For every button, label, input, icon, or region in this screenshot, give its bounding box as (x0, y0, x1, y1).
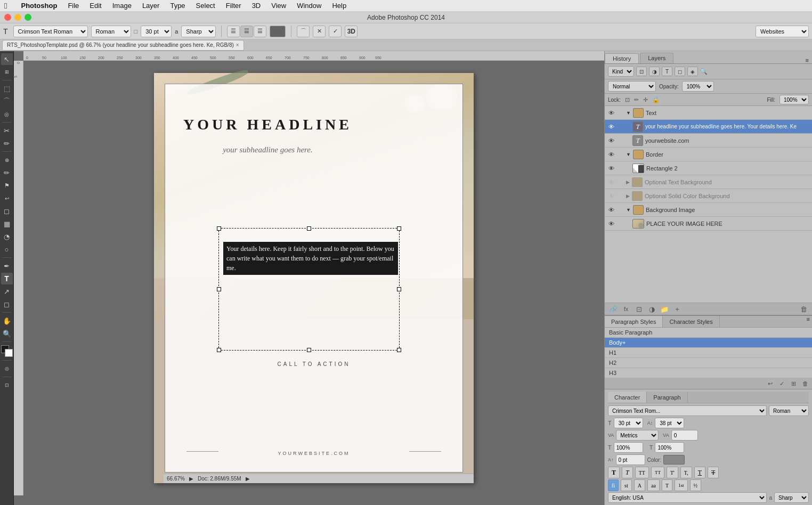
character-tab[interactable]: Character (608, 392, 647, 403)
lasso-tool[interactable]: ⌒ (1, 95, 13, 107)
type-filter-btn[interactable]: T (662, 67, 672, 76)
handle-tr[interactable] (397, 226, 401, 231)
scale-v-input[interactable] (655, 442, 684, 453)
delete-layer-btn[interactable]: 🗑 (798, 304, 809, 314)
eyedropper-tool[interactable]: ✏ (1, 137, 13, 149)
char-size-select[interactable]: 30 pt (614, 418, 643, 428)
menu-view[interactable]: View (266, 1, 291, 11)
fx-btn[interactable]: fx (621, 304, 631, 314)
menu-help[interactable]: Help (327, 1, 352, 11)
italic-type-btn[interactable]: T (622, 467, 633, 478)
shape-filter-btn[interactable]: ◻ (675, 67, 685, 76)
type-tool[interactable]: T (1, 273, 13, 284)
zoom-tool[interactable]: 🔍 (1, 328, 13, 339)
new-layer-btn[interactable]: + (672, 304, 683, 314)
panel-expand[interactable]: ≡ (802, 57, 812, 63)
style-body-plus[interactable]: Body+ (605, 338, 812, 348)
workspace-select[interactable]: Websites (756, 26, 809, 37)
doc-info-arrow[interactable]: ▶ (246, 476, 250, 482)
align-center-button[interactable]: ☰ (240, 26, 253, 37)
frac-st-btn[interactable]: st (621, 479, 632, 491)
menu-image[interactable]: Image (107, 1, 137, 11)
website-eye[interactable]: 👁 (607, 136, 615, 145)
scale-h-input[interactable] (614, 442, 643, 453)
baseline-input[interactable] (616, 454, 645, 465)
brush-tool[interactable]: ✏ (1, 167, 13, 178)
font-family-select[interactable]: Crimson Text Roman (13, 26, 88, 37)
frac-1st-btn[interactable]: 1st (675, 479, 688, 491)
doc-tab-close[interactable]: × (236, 42, 239, 48)
menu-photoshop[interactable]: Photoshop (15, 1, 62, 11)
search-icon[interactable]: 🔍 (700, 68, 708, 75)
link-layers-btn[interactable]: 🔗 (608, 304, 619, 314)
aa-mode-select[interactable]: Sharp (181, 26, 216, 37)
opt-solid-toggle[interactable]: ▶ (626, 193, 630, 199)
marquee-tool[interactable]: ⬚ (1, 83, 13, 94)
menu-type[interactable]: Type (165, 1, 190, 11)
color-swatch[interactable] (663, 455, 685, 465)
tracking-val-input[interactable] (671, 430, 698, 441)
move-tool[interactable]: ↖ (1, 53, 13, 65)
style-h1[interactable]: H1 (605, 348, 812, 358)
minimize-button[interactable] (14, 14, 21, 21)
place-image-layer[interactable]: 👁 PLACE YOUR IMAGE HERE (605, 217, 812, 231)
healing-brush-tool[interactable]: ⊕ (1, 154, 13, 166)
text-group-toggle[interactable]: ▼ (626, 110, 631, 116)
style-h3[interactable]: H3 (605, 368, 812, 378)
warp-text-button[interactable]: ⌒ (297, 26, 310, 37)
lock-position-btn[interactable]: ✏ (634, 96, 639, 103)
bg-image-toggle[interactable]: ▼ (626, 207, 631, 213)
border-group-eye[interactable]: 👁 (607, 150, 615, 159)
document-tab[interactable]: RTS_PhotoshopTemplate.psd @ 66.7% (your … (2, 40, 244, 51)
frac-fi-btn[interactable]: fi (608, 479, 619, 491)
menu-window[interactable]: Window (291, 1, 327, 11)
text-selection-box[interactable]: Your details here. Keep it fairly short … (218, 228, 400, 351)
frac-A-btn[interactable]: A (634, 479, 645, 491)
menu-layer[interactable]: Layer (137, 1, 165, 11)
place-eye[interactable]: 👁 (607, 219, 615, 228)
rect2-layer[interactable]: 👁 Rectangle 2 (605, 161, 812, 175)
char-style-select[interactable]: Roman (769, 405, 809, 416)
strikethrough-btn[interactable]: T (708, 467, 719, 478)
opt-solid-bg-layer[interactable]: 👁 ▶ Optional Solid Color Background (605, 189, 812, 203)
handle-br[interactable] (397, 348, 401, 352)
text-group-eye[interactable]: 👁 (607, 109, 615, 117)
kind-select[interactable]: Kind (608, 66, 634, 77)
adjustment-filter-btn[interactable]: ◑ (649, 67, 660, 76)
superscript-btn[interactable]: T' (667, 467, 678, 478)
border-group-layer[interactable]: 👁 ▼ Border (605, 148, 812, 161)
char-leading-select[interactable]: 38 pt (655, 418, 684, 428)
pen-tool[interactable]: ✒ (1, 260, 13, 272)
smallcaps-type-btn[interactable]: TT (651, 467, 664, 478)
fill-select[interactable]: 100% (779, 95, 809, 104)
add-mask-btn[interactable]: ⊡ (634, 304, 644, 314)
tracking-type-select[interactable]: Metrics (616, 430, 659, 441)
shape-tool[interactable]: ◻ (1, 298, 13, 310)
opt-text-bg-layer[interactable]: 👁 ▶ Optional Text Background (605, 175, 812, 189)
frac-aa-btn[interactable]: aa (647, 479, 660, 491)
layers-tab[interactable]: Layers (640, 53, 673, 63)
dodge-tool[interactable]: ○ (1, 243, 13, 255)
gradient-tool[interactable]: ▦ (1, 218, 13, 230)
artboard-tool[interactable]: ⊞ (1, 66, 13, 78)
character-styles-tab[interactable]: Character Styles (663, 316, 719, 327)
align-left-button[interactable]: ☰ (227, 26, 240, 37)
style-h2[interactable]: H2 (605, 358, 812, 368)
opt-text-toggle[interactable]: ▶ (626, 180, 630, 185)
language-select[interactable]: English: USA (608, 492, 767, 503)
style-basic-paragraph[interactable]: Basic Paragraph (605, 328, 812, 338)
allcaps-type-btn[interactable]: TT (635, 467, 649, 478)
paragraph-tab[interactable]: Paragraph (647, 392, 687, 403)
lock-all-btn[interactable]: 🔒 (652, 96, 660, 103)
menu-select[interactable]: Select (191, 1, 221, 11)
menu-3d[interactable]: 3D (247, 1, 266, 11)
rect2-eye[interactable]: 👁 (607, 164, 615, 173)
blend-mode-select[interactable]: Normal (608, 81, 656, 92)
close-button[interactable] (4, 14, 11, 21)
3d-button[interactable]: 3D (345, 26, 358, 37)
clone-stamp-tool[interactable]: ⚑ (1, 180, 13, 191)
opacity-select[interactable]: 100% (682, 81, 714, 92)
crop-tool[interactable]: ✂ (1, 125, 13, 136)
quick-mask-tool[interactable]: ◎ (1, 363, 13, 374)
menu-edit[interactable]: Edit (84, 1, 107, 11)
